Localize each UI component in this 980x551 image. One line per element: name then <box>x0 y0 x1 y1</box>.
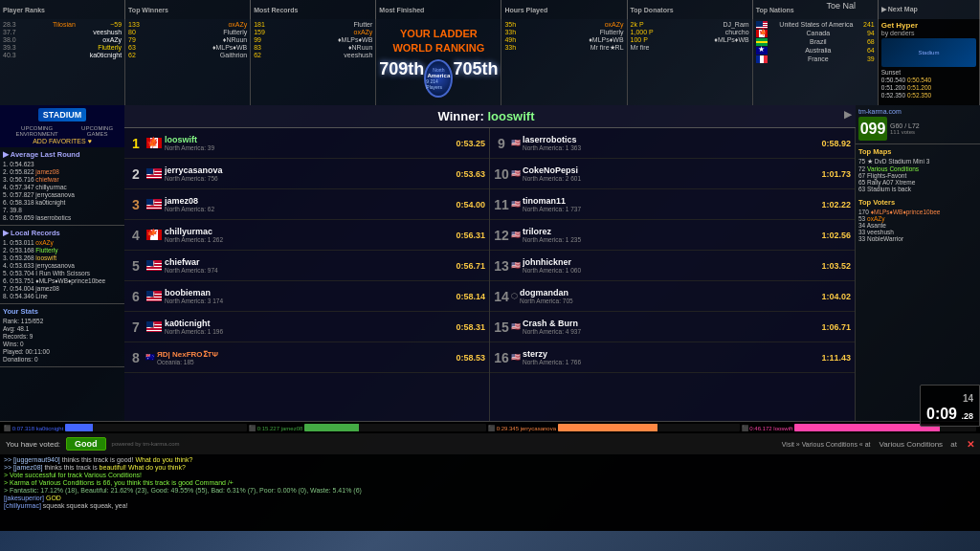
next-map-title: ▶ Next Map <box>881 6 918 13</box>
winner-name: looswift <box>487 109 534 123</box>
donator-item: Mr fire <box>631 44 749 51</box>
karma-votes: 111 votes <box>890 129 920 135</box>
your-stats-title: Your Stats <box>3 307 122 316</box>
vote-powered: powered by tm-karma.com <box>112 441 180 447</box>
most-records-section: Most Records <box>251 0 376 19</box>
close-winner-button[interactable]: ▶ <box>844 109 852 120</box>
vote-good-button[interactable]: Good <box>66 437 106 451</box>
table-row: 2 🇺🇸 jerrycasanova North America: 756 0:… <box>124 159 489 189</box>
record-item: 181Flutter <box>254 21 372 28</box>
top-maps-item: 67 Flights-Favont <box>858 172 977 179</box>
player-ranks-section: Player Ranks <box>0 0 125 19</box>
top-winners-panel: 133oxAZy 80Flutterly 79♦NRuun 63♦MLPs♦WB… <box>125 19 251 105</box>
rank-item: 39.3Flutterly <box>3 44 122 51</box>
stat-wins: Wins: 0 <box>3 341 122 347</box>
top-nations-panel: United States of America241 Canada94 Bra… <box>753 19 879 105</box>
rank-item: 37.7veeshush <box>3 29 122 35</box>
chat-system-line: > Fantastic: 17.12% (18), Beautiful: 21.… <box>4 487 976 494</box>
most-records-panel: 181Flutter 159oxAZy 99♦MLPs♦WB 83♦NRuun … <box>251 19 376 105</box>
karma-score: 099 <box>858 117 887 141</box>
top-voter-item: 33 veeshush <box>858 229 977 235</box>
local-records-block: ▶ Local Records 1. 0:53.011 oxAZy 2. 0:5… <box>0 226 124 304</box>
prog-label-2: ⬛ 0:15.227 jamez08 <box>249 425 302 431</box>
donator-item: 100 P♦MLPs♦WB <box>631 36 749 43</box>
table-row: 5 🇺🇸 chiefwar North America: 974 0:56.71 <box>124 251 489 281</box>
table-row: 14 ⬡ dogmandan North America: 705 1:04.0… <box>490 281 855 312</box>
karma-url: tm-karma.com <box>858 108 977 115</box>
table-row: 4 🍁 chillyurmac North America: 1 262 0:5… <box>124 220 489 251</box>
record-item: 83♦NRuun <box>254 44 372 51</box>
most-finished-panel: YOUR LADDERWORLD RANKING 709th North Ame… <box>376 19 501 105</box>
hours-item: 33hMr fire★RL <box>504 44 623 52</box>
top-donators-title: Top Donators <box>631 7 674 13</box>
right-sidebar: tm-karma.com 099 G60 / L72 111 votes Top… <box>856 105 980 421</box>
table-row: 16 🇺🇸 sterzy North America: 1 766 1:11.4… <box>490 342 855 373</box>
player-ranks-title: Player Ranks <box>3 7 45 13</box>
chat-area: >> [juggernaut940] thinks this track is … <box>0 454 980 531</box>
timer-fraction: 28 <box>964 411 973 421</box>
map-preview: Stadium <box>881 38 976 67</box>
results-col-left: 1 🍁 looswift North America: 39 0:53.25 2… <box>124 128 490 421</box>
top-voter-item: 33 NobleWarrior <box>858 235 977 242</box>
record-item: 159oxAZy <box>254 29 372 35</box>
winner-item: 63♦MLPs♦WB <box>128 44 247 51</box>
rank-item: 40.3ka0ticnight <box>3 52 122 58</box>
hours-item: 33hFlutterly <box>504 29 623 35</box>
progress-bars-row: ⬛ 0:07.318 ka0ticnight ⬛ 0:15.227 jamez0… <box>0 422 980 433</box>
table-row: 6 🇺🇸 boobieman North America: 3 174 0:58… <box>124 281 489 312</box>
winner-item: 79♦NRuun <box>128 36 247 43</box>
next-map-name: Get Hyper <box>881 21 976 30</box>
top-voters-title: Top Voters <box>858 198 977 207</box>
vote-label: You have voted: <box>6 440 60 449</box>
winner-item: 62Gaithrion <box>128 52 247 58</box>
vote-row: You have voted: Good powered by tm-karma… <box>0 433 980 454</box>
top-maps-item: 72 Various Conditions <box>858 165 977 172</box>
top-donators-panel: 2k PDJ_Ram 1,000 Pchurcho 100 P♦MLPs♦WB … <box>628 19 753 105</box>
local-records-title: ▶ Local Records <box>3 229 122 237</box>
winner-item: 133oxAZy <box>128 21 247 28</box>
table-row: 3 🇺🇸 jamez08 North America: 62 0:54.00 <box>124 189 489 220</box>
table-row: 12 🇺🇸 trilorez North America: 1 235 1:02… <box>490 220 855 251</box>
your-stats-block: Your Stats Rank: 115/652 Avg: 48.1 Recor… <box>0 304 124 367</box>
chat-system-line: > Karma of Various Conditions is 66, you… <box>4 479 976 486</box>
chat-line: >> [jamez08] thinks this track is beauti… <box>4 464 976 471</box>
stat-records: Records: 9 <box>3 333 122 340</box>
donator-item: 2k PDJ_Ram <box>631 21 749 28</box>
table-row: 9 🇺🇸 laserrobotics North America: 1 363 … <box>490 128 855 159</box>
most-records-title: Most Records <box>254 7 298 13</box>
stat-played: Played: 00:11:00 <box>3 348 122 355</box>
nation-item: Canada94 <box>756 30 875 37</box>
top-maps-item: 65 Rally A07 Xtreme <box>858 179 977 186</box>
player-ranks-panel: 28.3Tilosian~59 37.7veeshush 38.0oxAZy 3… <box>0 19 125 105</box>
nation-item: Australia64 <box>756 47 875 55</box>
close-vote-button[interactable]: ✕ <box>967 439 974 450</box>
prog-label-1: ⬛ 0:07.318 ka0ticnight <box>4 425 63 431</box>
top-winners-title: Top Winners <box>128 7 168 13</box>
table-row: 1 🍁 looswift North America: 39 0:53.25 <box>124 128 489 159</box>
nation-item: Brazil68 <box>756 38 875 46</box>
donator-item: 1,000 Pchurcho <box>631 29 749 35</box>
nation-item: United States of America241 <box>756 21 875 29</box>
rank-item: 28.3Tilosian~59 <box>3 21 122 28</box>
results-col-right: 9 🇺🇸 laserrobotics North America: 1 363 … <box>490 128 856 421</box>
rank-item: 38.0oxAZy <box>3 36 122 43</box>
hours-item: 35hoxAZy <box>504 21 623 28</box>
top-winners-section: Top Winners <box>125 0 251 19</box>
table-row: 10 🇺🇸 CokeNoPepsi North America: 2 601 1… <box>490 159 855 189</box>
table-row: 15 🇺🇸 Crash & Burn North America: 4 937 … <box>490 312 855 342</box>
track-name-link[interactable]: Various Conditions <box>880 440 944 449</box>
timer-display: 14 0:09 .28 <box>920 385 980 427</box>
rank-left: 709th <box>379 59 424 98</box>
top-voter-item: 53 oxAZy <box>858 215 977 222</box>
toe-nal-label: Toe Nal <box>826 1 856 11</box>
chat-line: >> [juggernaut940] thinks this track is … <box>4 456 976 463</box>
progress-bar-3 <box>558 424 740 431</box>
hours-item: 49h♦MLPs♦WB <box>504 36 623 43</box>
hours-played-title: Hours Played <box>504 7 547 13</box>
chat-system-line: > Vote successful for track Various Cond… <box>4 472 976 478</box>
add-to-favorites[interactable]: ADD FAVORITES ♥ <box>3 138 122 144</box>
progress-bar-2 <box>304 424 486 431</box>
top-maps-item: 75 ★ DvD Stadium Mini 3 <box>858 158 977 165</box>
most-finished-title: Most Finished <box>379 7 424 13</box>
winner-banner: Winner: looswift ▶ <box>124 105 856 128</box>
